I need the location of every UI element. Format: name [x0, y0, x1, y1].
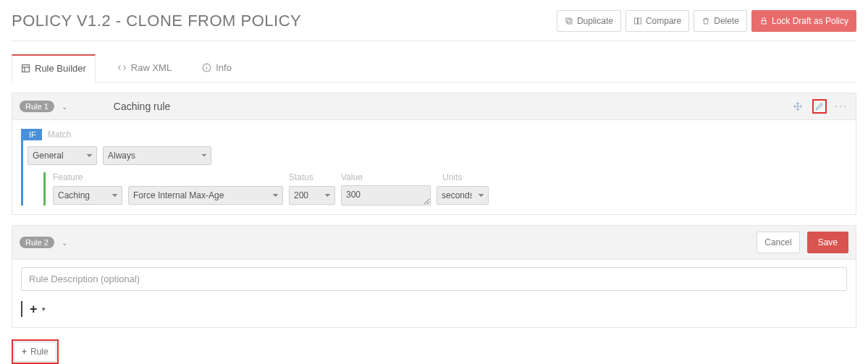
delete-label: Delete — [714, 14, 739, 27]
add-condition-button[interactable]: + — [30, 302, 38, 317]
rule-1-panel: Rule 1 ⌄ Caching rule ··· IF Match Gener… — [12, 93, 856, 215]
svg-rect-3 — [638, 18, 641, 24]
match-value-select[interactable]: Always — [103, 146, 211, 165]
builder-icon — [21, 64, 30, 73]
feature-header: Feature — [53, 172, 122, 182]
rule-2-badge: Rule 2 — [20, 237, 54, 248]
lock-draft-label: Lock Draft as Policy — [772, 14, 848, 27]
duplicate-label: Duplicate — [577, 14, 613, 27]
svg-point-7 — [206, 65, 207, 66]
lock-draft-button[interactable]: Lock Draft as Policy — [751, 10, 856, 32]
compare-label: Compare — [646, 14, 681, 27]
units-select[interactable]: seconds — [437, 186, 489, 205]
copy-icon — [565, 17, 573, 25]
compare-icon — [633, 17, 642, 25]
feature-name-select[interactable]: Force Internal Max-Age — [128, 186, 283, 205]
svg-rect-5 — [22, 65, 30, 72]
xml-icon — [117, 63, 127, 72]
rule-1-collapse-toggle[interactable]: ⌄ — [62, 103, 67, 111]
page-title: POLICY V1.2 - CLONE FROM POLICY — [12, 12, 301, 30]
tab-rule-builder-label: Rule Builder — [35, 63, 86, 74]
tab-info[interactable]: Info — [193, 54, 240, 82]
svg-rect-0 — [568, 20, 572, 24]
svg-rect-1 — [566, 18, 570, 22]
compare-button[interactable]: Compare — [625, 10, 689, 32]
tab-info-label: Info — [216, 62, 232, 73]
if-badge: IF — [23, 129, 42, 140]
lock-icon — [759, 17, 768, 25]
svg-rect-2 — [634, 18, 637, 24]
tab-raw-xml-label: Raw XML — [131, 62, 172, 73]
feature-category-select[interactable]: Caching — [53, 186, 122, 205]
status-select[interactable]: 200 — [289, 186, 335, 205]
info-icon — [202, 63, 211, 72]
add-rule-label: Rule — [30, 347, 49, 357]
edit-icon[interactable] — [812, 99, 827, 114]
tab-rule-builder[interactable]: Rule Builder — [12, 54, 96, 82]
svg-rect-4 — [762, 21, 766, 25]
delete-button[interactable]: Delete — [694, 10, 747, 32]
rule-1-badge: Rule 1 — [20, 101, 54, 112]
tabs: Rule Builder Raw XML Info — [12, 54, 856, 82]
units-header: Units — [442, 172, 494, 182]
rule-2-collapse-toggle[interactable]: ⌄ — [62, 239, 67, 247]
add-condition-dropdown[interactable]: ▾ — [42, 305, 46, 313]
trash-icon — [701, 17, 710, 25]
add-rule-button[interactable]: + Rule — [14, 342, 56, 362]
more-icon[interactable]: ··· — [834, 99, 848, 114]
rule-2-panel: Rule 2 ⌄ Cancel Save + ▾ — [12, 225, 856, 328]
rule-1-title: Caching rule — [114, 101, 171, 112]
plus-icon: + — [22, 347, 27, 357]
match-label: Match — [48, 130, 72, 140]
move-icon[interactable] — [791, 99, 805, 114]
tab-raw-xml[interactable]: Raw XML — [109, 54, 180, 82]
match-category-select[interactable]: General — [28, 146, 97, 165]
cancel-button[interactable]: Cancel — [757, 232, 799, 253]
svg-rect-8 — [206, 67, 207, 69]
value-input[interactable] — [341, 185, 431, 206]
save-button[interactable]: Save — [807, 232, 848, 253]
rule-description-input[interactable] — [21, 267, 847, 291]
value-header: Value — [341, 172, 437, 182]
duplicate-button[interactable]: Duplicate — [557, 10, 621, 32]
header-actions: Duplicate Compare Delete Lock Draft as P… — [557, 10, 856, 32]
status-header: Status — [289, 172, 335, 182]
